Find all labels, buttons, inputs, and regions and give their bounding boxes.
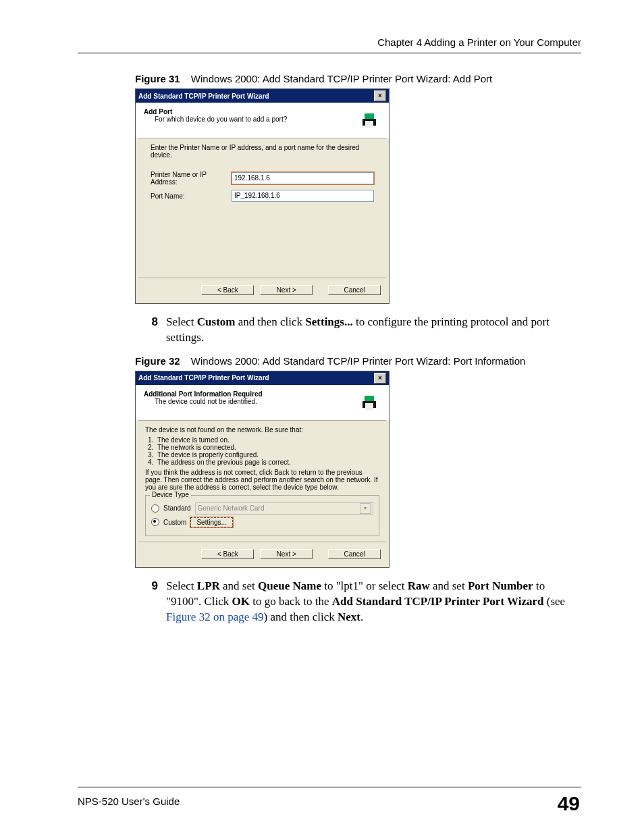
figure-32-label: Figure 32 xyxy=(135,355,180,367)
header-chapter: Chapter 4 Adding a Printer on Your Compu… xyxy=(377,36,581,48)
step-8-number: 8 xyxy=(135,315,158,346)
next-button[interactable]: Next > xyxy=(260,549,313,559)
svg-rect-1 xyxy=(365,113,374,119)
close-icon[interactable]: × xyxy=(374,373,386,384)
standard-combo: Generic Network Card ▾ xyxy=(195,502,373,515)
printer-icon xyxy=(358,390,381,413)
step-9-text: Select LPR and set Queue Name to "lpt1" … xyxy=(166,579,581,625)
svg-rect-4 xyxy=(365,396,374,401)
figure-32-caption-text: Windows 2000: Add Standard TCP/IP Printe… xyxy=(191,355,526,367)
port-name-label: Port Name: xyxy=(151,192,232,200)
standard-label: Standard xyxy=(163,504,191,512)
footer-page-number: 49 xyxy=(558,792,580,815)
dialog-title: Add Standard TCP/IP Printer Port Wizard xyxy=(138,93,374,100)
step-9-number: 9 xyxy=(135,579,158,625)
step-8: 8 Select Custom and then click Settings.… xyxy=(135,315,581,346)
footer-rule xyxy=(78,787,581,787)
step-9: 9 Select LPR and set Queue Name to "lpt1… xyxy=(135,579,581,625)
custom-label: Custom xyxy=(163,519,186,526)
device-type-legend: Device Type xyxy=(150,491,191,498)
step-8-text: Select Custom and then click Settings...… xyxy=(166,315,581,346)
port-info-para: If you think the address is not correct,… xyxy=(145,469,379,491)
dialog-titlebar: Add Standard TCP/IP Printer Port Wizard … xyxy=(136,89,389,103)
close-icon[interactable]: × xyxy=(374,90,386,101)
port-info-sub: The device could not be identified. xyxy=(155,398,358,405)
add-port-sub: For which device do you want to add a po… xyxy=(155,115,358,123)
add-port-intro: Enter the Printer Name or IP address, an… xyxy=(151,144,374,159)
footer-guide: NPS-520 User's Guide xyxy=(78,796,180,807)
port-name-input[interactable]: IP_192.168.1.6 xyxy=(232,190,374,202)
settings-button[interactable]: Settings... xyxy=(190,517,232,527)
add-port-heading: Add Port xyxy=(144,108,358,115)
cancel-button[interactable]: Cancel xyxy=(328,549,381,559)
svg-rect-2 xyxy=(365,121,373,128)
back-button[interactable]: < Back xyxy=(201,285,254,295)
standard-radio[interactable] xyxy=(151,504,159,513)
svg-rect-5 xyxy=(365,403,373,410)
header-rule xyxy=(78,53,581,53)
port-info-intro: The device is not found on the network. … xyxy=(145,426,379,434)
port-info-list: 1.The device is turned on. 2.The network… xyxy=(148,436,379,466)
port-info-heading: Additional Port Information Required xyxy=(144,390,358,398)
chevron-down-icon: ▾ xyxy=(360,503,371,514)
add-port-dialog: Add Standard TCP/IP Printer Port Wizard … xyxy=(135,88,390,304)
printer-address-label: Printer Name or IP Address: xyxy=(151,171,232,186)
next-button[interactable]: Next > xyxy=(260,285,313,295)
figure-32-caption: Figure 32 Windows 2000: Add Standard TCP… xyxy=(135,355,581,367)
figure-31-caption: Figure 31 Windows 2000: Add Standard TCP… xyxy=(135,73,581,84)
figure-32-xref[interactable]: Figure 32 on page 49 xyxy=(166,610,263,623)
custom-radio[interactable] xyxy=(151,518,159,526)
printer-address-input[interactable]: 192.168.1.6 xyxy=(232,172,374,184)
back-button[interactable]: < Back xyxy=(201,549,254,559)
figure-31-label: Figure 31 xyxy=(135,73,180,84)
cancel-button[interactable]: Cancel xyxy=(328,285,381,295)
figure-31-caption-text: Windows 2000: Add Standard TCP/IP Printe… xyxy=(191,73,492,84)
dialog2-title: Add Standard TCP/IP Printer Port Wizard xyxy=(138,374,374,382)
port-info-dialog: Add Standard TCP/IP Printer Port Wizard … xyxy=(135,371,390,568)
dialog2-titlebar: Add Standard TCP/IP Printer Port Wizard … xyxy=(136,371,389,385)
printer-icon xyxy=(358,108,381,131)
device-type-group: Device Type Standard Generic Network Car… xyxy=(145,495,379,536)
